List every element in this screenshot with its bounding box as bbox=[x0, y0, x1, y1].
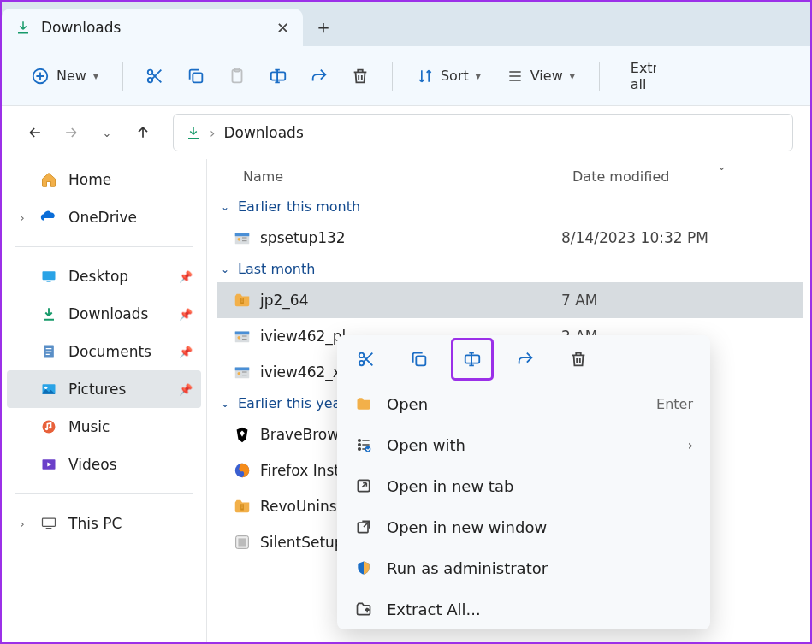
sidebar-item-desktop[interactable]: Desktop 📌 bbox=[7, 257, 201, 295]
copy-button[interactable] bbox=[178, 58, 214, 94]
share-button[interactable] bbox=[301, 58, 337, 94]
svg-point-15 bbox=[49, 426, 51, 428]
sort-button[interactable]: Sort ▾ bbox=[406, 58, 491, 94]
rename-button[interactable] bbox=[453, 340, 491, 378]
menu-item-open-new-tab[interactable]: Open in new tab bbox=[337, 465, 710, 506]
cut-button[interactable] bbox=[347, 340, 385, 378]
svg-point-37 bbox=[359, 440, 361, 442]
chevron-down-icon[interactable]: ⌄ bbox=[717, 160, 726, 173]
file-row[interactable]: jp2_647 AM bbox=[217, 282, 803, 318]
sidebar-item-label: Desktop bbox=[68, 268, 169, 285]
chevron-down-icon: ▾ bbox=[476, 70, 481, 82]
sidebar-item-label: Home bbox=[68, 171, 193, 188]
svg-rect-35 bbox=[416, 356, 425, 365]
svg-point-13 bbox=[43, 421, 56, 434]
new-window-icon bbox=[354, 517, 373, 536]
extract-all-button[interactable]: Extract all bbox=[613, 58, 656, 94]
delete-button[interactable] bbox=[342, 58, 378, 94]
up-button[interactable] bbox=[127, 116, 159, 149]
menu-item-label: Run as administrator bbox=[387, 559, 693, 577]
file-icon bbox=[233, 228, 252, 247]
file-name: SilentSetup bbox=[260, 534, 344, 551]
svg-rect-8 bbox=[43, 271, 56, 280]
documents-icon bbox=[39, 342, 58, 361]
menu-item-label: Extract All... bbox=[387, 600, 693, 618]
sidebar-item-music[interactable]: Music bbox=[7, 408, 201, 446]
chevron-right-icon[interactable]: › bbox=[15, 211, 29, 224]
column-date[interactable]: Date modified ⌄ bbox=[560, 168, 803, 185]
address-bar[interactable]: › Downloads bbox=[173, 114, 793, 151]
sidebar-item-onedrive[interactable]: › OneDrive bbox=[7, 198, 201, 236]
new-button[interactable]: New ▾ bbox=[21, 58, 109, 94]
new-label: New bbox=[56, 68, 86, 84]
extract-icon bbox=[354, 600, 373, 618]
close-icon[interactable]: ✕ bbox=[276, 19, 289, 37]
breadcrumb-downloads[interactable]: Downloads bbox=[223, 124, 303, 141]
paste-button[interactable] bbox=[219, 58, 255, 94]
group-label: Last month bbox=[238, 261, 315, 277]
menu-item-run-as-admin[interactable]: Run as administrator bbox=[337, 547, 710, 588]
svg-rect-27 bbox=[235, 368, 250, 371]
svg-rect-17 bbox=[43, 518, 56, 526]
svg-rect-9 bbox=[47, 281, 51, 282]
copy-button[interactable] bbox=[400, 340, 438, 378]
back-button[interactable] bbox=[19, 116, 51, 149]
chevron-down-icon: ⌄ bbox=[219, 263, 231, 275]
chevron-down-icon: ⌄ bbox=[219, 398, 231, 410]
view-button[interactable]: View ▾ bbox=[496, 58, 585, 94]
file-icon bbox=[233, 291, 252, 310]
menu-item-open[interactable]: Open Enter bbox=[337, 383, 710, 424]
file-row[interactable]: spsetup1328/14/2023 10:32 PM bbox=[217, 220, 803, 256]
chevron-right-icon: › bbox=[688, 437, 693, 453]
column-name[interactable]: Name bbox=[217, 168, 560, 185]
svg-rect-24 bbox=[235, 332, 250, 335]
pin-icon: 📌 bbox=[179, 308, 193, 321]
download-icon bbox=[39, 304, 58, 323]
sidebar-item-thispc[interactable]: › This PC bbox=[7, 505, 201, 542]
group-header[interactable]: ⌄Last month bbox=[217, 256, 803, 282]
open-with-icon bbox=[354, 435, 373, 454]
sidebar-item-documents[interactable]: Documents 📌 bbox=[7, 333, 201, 370]
menu-item-label: Open in new tab bbox=[387, 477, 693, 495]
file-icon bbox=[233, 327, 252, 346]
chevron-right-icon[interactable]: › bbox=[15, 517, 29, 530]
menu-item-extract-all[interactable]: Extract All... bbox=[337, 588, 710, 629]
file-date: 7 AM bbox=[549, 292, 803, 309]
pin-icon: 📌 bbox=[179, 383, 193, 396]
file-name: RevoUninst bbox=[260, 498, 342, 515]
menu-item-open-new-window[interactable]: Open in new window bbox=[337, 506, 710, 547]
sidebar-item-pictures[interactable]: Pictures 📌 bbox=[7, 370, 201, 408]
address-row: ⌄ › Downloads bbox=[2, 106, 810, 159]
forward-button[interactable] bbox=[55, 116, 87, 149]
share-button[interactable] bbox=[507, 340, 544, 378]
sidebar-item-videos[interactable]: Videos bbox=[7, 446, 201, 483]
sidebar-item-downloads[interactable]: Downloads 📌 bbox=[7, 295, 201, 333]
rename-button[interactable] bbox=[260, 58, 296, 94]
chevron-down-icon: ⌄ bbox=[219, 201, 231, 213]
desktop-icon bbox=[39, 267, 58, 286]
menu-item-label: Open with bbox=[387, 436, 674, 454]
separator bbox=[122, 62, 123, 91]
tab-bar: Downloads ✕ ＋ bbox=[2, 2, 810, 46]
sidebar-item-home[interactable]: Home bbox=[7, 161, 201, 198]
menu-item-open-with[interactable]: Open with › bbox=[337, 424, 710, 465]
svg-point-21 bbox=[238, 238, 241, 241]
sidebar-item-label: Documents bbox=[68, 343, 169, 360]
pin-icon: 📌 bbox=[179, 270, 193, 283]
group-label: Earlier this month bbox=[238, 198, 360, 215]
tab-downloads[interactable]: Downloads ✕ bbox=[2, 9, 303, 46]
separator bbox=[15, 246, 193, 247]
new-tab-button[interactable]: ＋ bbox=[303, 9, 344, 46]
new-tab-icon bbox=[354, 476, 373, 495]
file-date: 8/14/2023 10:32 PM bbox=[549, 229, 803, 246]
tab-title: Downloads bbox=[41, 19, 266, 36]
file-name: Firefox Insta bbox=[260, 462, 348, 479]
extract-label: Extract all bbox=[631, 60, 656, 92]
sidebar-item-label: OneDrive bbox=[68, 209, 193, 226]
music-icon bbox=[39, 417, 58, 436]
cut-button[interactable] bbox=[137, 58, 173, 94]
group-header[interactable]: ⌄Earlier this month bbox=[217, 193, 803, 220]
recent-button[interactable]: ⌄ bbox=[91, 116, 123, 149]
svg-point-14 bbox=[45, 428, 48, 430]
delete-button[interactable] bbox=[560, 340, 597, 378]
